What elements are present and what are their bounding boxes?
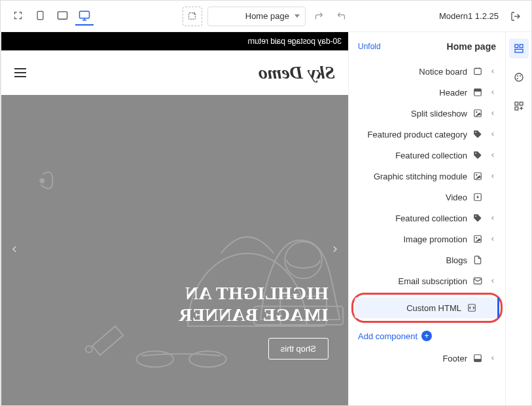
section-item[interactable]: Custom HTML xyxy=(355,297,499,318)
section-item[interactable]: Featured collection xyxy=(349,145,505,166)
section-item[interactable]: Featured collection xyxy=(349,208,505,229)
mail-icon xyxy=(472,276,483,286)
chevron-icon xyxy=(488,110,497,117)
svg-point-29 xyxy=(476,174,477,175)
sidebar-header: Home page Unfold xyxy=(349,32,505,61)
doc-icon xyxy=(472,255,483,265)
section-item[interactable]: Video xyxy=(349,187,505,208)
svg-rect-6 xyxy=(37,11,43,20)
section-label: Email subscription xyxy=(354,276,467,286)
svg-rect-7 xyxy=(515,45,518,48)
svg-point-25 xyxy=(476,111,477,113)
section-item[interactable]: Email subscription xyxy=(349,270,505,291)
svg-rect-16 xyxy=(515,107,518,110)
hero-cta-button[interactable]: Shop this xyxy=(268,338,328,360)
rail-apps-button[interactable] xyxy=(509,96,529,116)
preview-pane: 30-day postage paid return Sky Demo xyxy=(1,32,348,405)
hero-title-line1: HIGHLIGHT AN xyxy=(185,283,328,303)
device-tablet-button[interactable] xyxy=(31,7,49,26)
chevron-icon xyxy=(488,236,497,242)
svg-point-27 xyxy=(475,153,476,154)
slide-prev-icon[interactable] xyxy=(9,244,20,257)
svg-rect-8 xyxy=(520,45,523,48)
svg-rect-14 xyxy=(515,102,518,105)
section-label: Graphic stitching module xyxy=(354,172,467,181)
hero-title-line2: IMAGE BANNER xyxy=(179,304,328,325)
rail-theme-button[interactable] xyxy=(509,67,529,87)
section-label: Featured collection xyxy=(354,213,467,223)
svg-rect-38 xyxy=(474,359,482,361)
section-label: Blogs xyxy=(354,255,467,265)
device-tablet-landscape-button[interactable] xyxy=(53,7,71,26)
add-component-button[interactable]: + Add component xyxy=(349,324,505,348)
svg-marker-31 xyxy=(477,196,480,199)
section-item[interactable]: Blogs xyxy=(349,249,505,270)
sidebar-title: Home page xyxy=(447,41,496,52)
toolbar-left: Modern1 1.2.25 xyxy=(439,9,523,24)
undo-button[interactable] xyxy=(333,8,350,25)
svg-rect-9 xyxy=(515,49,523,52)
rail-sections-button[interactable] xyxy=(509,39,529,58)
footer-section-item[interactable]: Footer xyxy=(349,348,505,369)
top-toolbar: Modern1 1.2.25 Home page xyxy=(1,1,531,32)
redo-button[interactable] xyxy=(311,8,328,25)
section-item[interactable]: Notice board xyxy=(349,61,505,82)
code-icon xyxy=(467,303,477,313)
chevron-icon xyxy=(488,89,497,96)
image-icon xyxy=(472,108,483,119)
section-item[interactable]: Graphic stitching module xyxy=(349,166,505,187)
toolbar-center: Home page xyxy=(99,7,434,26)
layout-icon xyxy=(472,353,483,363)
section-item[interactable]: Header xyxy=(349,82,505,103)
site-header: Sky Demo xyxy=(1,50,348,95)
page-selector-dropdown[interactable]: Home page xyxy=(207,7,306,26)
tag-icon xyxy=(472,213,483,223)
svg-point-41 xyxy=(285,242,321,278)
page-selector-label: Home page xyxy=(245,11,289,21)
slide-next-icon[interactable] xyxy=(330,244,340,257)
svg-rect-23 xyxy=(474,89,482,92)
svg-point-13 xyxy=(517,78,518,79)
section-list: Notice boardHeaderSplit slideshowFeature… xyxy=(349,61,505,324)
chevron-icon xyxy=(488,152,497,158)
unfold-link[interactable]: Unfold xyxy=(358,42,381,51)
section-item[interactable]: Featured product category xyxy=(349,124,505,145)
svg-rect-19 xyxy=(474,68,482,74)
svg-point-10 xyxy=(515,73,523,81)
section-label: Notice board xyxy=(354,67,467,77)
svg-point-26 xyxy=(475,132,476,133)
svg-point-11 xyxy=(517,75,518,77)
svg-rect-2 xyxy=(80,11,90,18)
section-label: Footer xyxy=(354,354,467,363)
section-item[interactable]: Image promotion xyxy=(349,229,505,249)
section-item[interactable]: Split slideshow xyxy=(349,103,505,124)
section-label: Video xyxy=(354,193,467,202)
plus-icon: + xyxy=(421,331,432,341)
highlighted-section: Custom HTML xyxy=(351,293,503,323)
chevron-icon xyxy=(488,215,497,221)
image-icon xyxy=(472,171,483,181)
device-desktop-button[interactable] xyxy=(75,7,94,26)
tag-icon xyxy=(472,150,483,160)
hamburger-menu-icon[interactable] xyxy=(14,68,26,77)
section-label: Custom HTML xyxy=(360,303,461,313)
exit-icon[interactable] xyxy=(508,9,523,24)
hero-section: HIGHLIGHT AN IMAGE BANNER Shop this xyxy=(1,95,348,405)
section-label: Header xyxy=(354,88,467,98)
hero-content: HIGHLIGHT AN IMAGE BANNER Shop this xyxy=(21,282,328,360)
svg-point-45 xyxy=(40,179,44,183)
add-section-icon[interactable] xyxy=(183,7,202,26)
tag-icon xyxy=(472,129,483,139)
section-label: Featured product category xyxy=(354,130,467,139)
hero-title: HIGHLIGHT AN IMAGE BANNER xyxy=(21,282,328,326)
chevron-icon xyxy=(488,68,497,75)
theme-name-label: Modern1 1.2.25 xyxy=(439,11,499,21)
device-fullscreen-button[interactable] xyxy=(9,7,27,26)
chevron-icon xyxy=(488,173,497,179)
icon-rail xyxy=(505,32,531,405)
svg-point-12 xyxy=(520,75,521,77)
chevron-icon xyxy=(488,355,497,361)
main-area: Home page Unfold Notice boardHeaderSplit… xyxy=(1,32,531,405)
chevron-icon xyxy=(488,278,497,284)
add-component-label: Add component xyxy=(358,331,417,341)
